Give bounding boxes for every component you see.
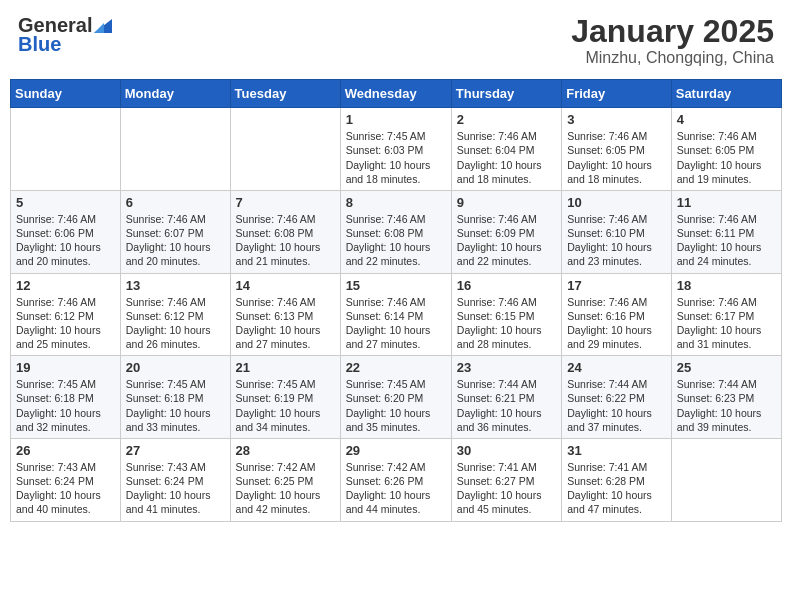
- calendar-cell: 30Sunrise: 7:41 AM Sunset: 6:27 PM Dayli…: [451, 438, 561, 521]
- cell-info-text: Sunrise: 7:42 AM Sunset: 6:26 PM Dayligh…: [346, 460, 446, 517]
- cell-date-number: 5: [16, 195, 115, 210]
- calendar-cell: 14Sunrise: 7:46 AM Sunset: 6:13 PM Dayli…: [230, 273, 340, 356]
- cell-info-text: Sunrise: 7:46 AM Sunset: 6:06 PM Dayligh…: [16, 212, 115, 269]
- cell-date-number: 9: [457, 195, 556, 210]
- calendar-cell: 3Sunrise: 7:46 AM Sunset: 6:05 PM Daylig…: [562, 108, 672, 191]
- cell-info-text: Sunrise: 7:44 AM Sunset: 6:21 PM Dayligh…: [457, 377, 556, 434]
- calendar-cell: 10Sunrise: 7:46 AM Sunset: 6:10 PM Dayli…: [562, 190, 672, 273]
- cell-date-number: 11: [677, 195, 776, 210]
- calendar-cell: [230, 108, 340, 191]
- calendar-header-row: Sunday Monday Tuesday Wednesday Thursday…: [11, 80, 782, 108]
- logo-icon: [94, 19, 112, 33]
- cell-date-number: 30: [457, 443, 556, 458]
- calendar-cell: 29Sunrise: 7:42 AM Sunset: 6:26 PM Dayli…: [340, 438, 451, 521]
- calendar-cell: 31Sunrise: 7:41 AM Sunset: 6:28 PM Dayli…: [562, 438, 672, 521]
- title-block: January 2025 Minzhu, Chongqing, China: [571, 14, 774, 67]
- cell-date-number: 29: [346, 443, 446, 458]
- calendar-week-5: 26Sunrise: 7:43 AM Sunset: 6:24 PM Dayli…: [11, 438, 782, 521]
- cell-date-number: 12: [16, 278, 115, 293]
- cell-info-text: Sunrise: 7:43 AM Sunset: 6:24 PM Dayligh…: [16, 460, 115, 517]
- calendar-cell: 26Sunrise: 7:43 AM Sunset: 6:24 PM Dayli…: [11, 438, 121, 521]
- cell-info-text: Sunrise: 7:46 AM Sunset: 6:07 PM Dayligh…: [126, 212, 225, 269]
- calendar-cell: 15Sunrise: 7:46 AM Sunset: 6:14 PM Dayli…: [340, 273, 451, 356]
- cell-date-number: 31: [567, 443, 666, 458]
- cell-date-number: 26: [16, 443, 115, 458]
- cell-date-number: 10: [567, 195, 666, 210]
- calendar-week-2: 5Sunrise: 7:46 AM Sunset: 6:06 PM Daylig…: [11, 190, 782, 273]
- col-thursday: Thursday: [451, 80, 561, 108]
- cell-date-number: 19: [16, 360, 115, 375]
- cell-info-text: Sunrise: 7:46 AM Sunset: 6:13 PM Dayligh…: [236, 295, 335, 352]
- header: General Blue January 2025 Minzhu, Chongq…: [10, 10, 782, 71]
- cell-info-text: Sunrise: 7:45 AM Sunset: 6:19 PM Dayligh…: [236, 377, 335, 434]
- cell-date-number: 15: [346, 278, 446, 293]
- cell-info-text: Sunrise: 7:46 AM Sunset: 6:08 PM Dayligh…: [346, 212, 446, 269]
- calendar-cell: 21Sunrise: 7:45 AM Sunset: 6:19 PM Dayli…: [230, 356, 340, 439]
- calendar-cell: 6Sunrise: 7:46 AM Sunset: 6:07 PM Daylig…: [120, 190, 230, 273]
- cell-info-text: Sunrise: 7:46 AM Sunset: 6:16 PM Dayligh…: [567, 295, 666, 352]
- calendar-cell: 22Sunrise: 7:45 AM Sunset: 6:20 PM Dayli…: [340, 356, 451, 439]
- cell-info-text: Sunrise: 7:46 AM Sunset: 6:09 PM Dayligh…: [457, 212, 556, 269]
- page-title: January 2025: [571, 14, 774, 49]
- cell-date-number: 22: [346, 360, 446, 375]
- cell-info-text: Sunrise: 7:46 AM Sunset: 6:05 PM Dayligh…: [677, 129, 776, 186]
- calendar-cell: 16Sunrise: 7:46 AM Sunset: 6:15 PM Dayli…: [451, 273, 561, 356]
- calendar-cell: 5Sunrise: 7:46 AM Sunset: 6:06 PM Daylig…: [11, 190, 121, 273]
- svg-marker-1: [94, 23, 104, 33]
- cell-date-number: 7: [236, 195, 335, 210]
- col-friday: Friday: [562, 80, 672, 108]
- cell-info-text: Sunrise: 7:46 AM Sunset: 6:05 PM Dayligh…: [567, 129, 666, 186]
- cell-date-number: 16: [457, 278, 556, 293]
- calendar-cell: 2Sunrise: 7:46 AM Sunset: 6:04 PM Daylig…: [451, 108, 561, 191]
- calendar-cell: 18Sunrise: 7:46 AM Sunset: 6:17 PM Dayli…: [671, 273, 781, 356]
- cell-date-number: 3: [567, 112, 666, 127]
- cell-date-number: 25: [677, 360, 776, 375]
- cell-info-text: Sunrise: 7:41 AM Sunset: 6:28 PM Dayligh…: [567, 460, 666, 517]
- calendar-cell: 1Sunrise: 7:45 AM Sunset: 6:03 PM Daylig…: [340, 108, 451, 191]
- cell-info-text: Sunrise: 7:46 AM Sunset: 6:15 PM Dayligh…: [457, 295, 556, 352]
- cell-date-number: 28: [236, 443, 335, 458]
- calendar-cell: 8Sunrise: 7:46 AM Sunset: 6:08 PM Daylig…: [340, 190, 451, 273]
- cell-info-text: Sunrise: 7:46 AM Sunset: 6:12 PM Dayligh…: [126, 295, 225, 352]
- calendar-cell: 9Sunrise: 7:46 AM Sunset: 6:09 PM Daylig…: [451, 190, 561, 273]
- calendar-cell: [671, 438, 781, 521]
- cell-date-number: 17: [567, 278, 666, 293]
- calendar-cell: 25Sunrise: 7:44 AM Sunset: 6:23 PM Dayli…: [671, 356, 781, 439]
- calendar-cell: 13Sunrise: 7:46 AM Sunset: 6:12 PM Dayli…: [120, 273, 230, 356]
- calendar-week-4: 19Sunrise: 7:45 AM Sunset: 6:18 PM Dayli…: [11, 356, 782, 439]
- col-saturday: Saturday: [671, 80, 781, 108]
- calendar-cell: 23Sunrise: 7:44 AM Sunset: 6:21 PM Dayli…: [451, 356, 561, 439]
- cell-info-text: Sunrise: 7:46 AM Sunset: 6:17 PM Dayligh…: [677, 295, 776, 352]
- cell-info-text: Sunrise: 7:46 AM Sunset: 6:12 PM Dayligh…: [16, 295, 115, 352]
- col-sunday: Sunday: [11, 80, 121, 108]
- cell-date-number: 20: [126, 360, 225, 375]
- cell-date-number: 8: [346, 195, 446, 210]
- calendar-cell: 19Sunrise: 7:45 AM Sunset: 6:18 PM Dayli…: [11, 356, 121, 439]
- cell-date-number: 2: [457, 112, 556, 127]
- calendar-cell: [11, 108, 121, 191]
- page-subtitle: Minzhu, Chongqing, China: [571, 49, 774, 67]
- cell-date-number: 27: [126, 443, 225, 458]
- calendar-cell: 12Sunrise: 7:46 AM Sunset: 6:12 PM Dayli…: [11, 273, 121, 356]
- col-monday: Monday: [120, 80, 230, 108]
- cell-date-number: 18: [677, 278, 776, 293]
- cell-info-text: Sunrise: 7:46 AM Sunset: 6:11 PM Dayligh…: [677, 212, 776, 269]
- calendar-cell: 28Sunrise: 7:42 AM Sunset: 6:25 PM Dayli…: [230, 438, 340, 521]
- cell-info-text: Sunrise: 7:46 AM Sunset: 6:08 PM Dayligh…: [236, 212, 335, 269]
- cell-info-text: Sunrise: 7:46 AM Sunset: 6:04 PM Dayligh…: [457, 129, 556, 186]
- cell-date-number: 23: [457, 360, 556, 375]
- cell-date-number: 1: [346, 112, 446, 127]
- calendar-week-1: 1Sunrise: 7:45 AM Sunset: 6:03 PM Daylig…: [11, 108, 782, 191]
- cell-date-number: 4: [677, 112, 776, 127]
- cell-date-number: 24: [567, 360, 666, 375]
- cell-date-number: 14: [236, 278, 335, 293]
- calendar-cell: 17Sunrise: 7:46 AM Sunset: 6:16 PM Dayli…: [562, 273, 672, 356]
- cell-info-text: Sunrise: 7:44 AM Sunset: 6:23 PM Dayligh…: [677, 377, 776, 434]
- calendar-cell: 11Sunrise: 7:46 AM Sunset: 6:11 PM Dayli…: [671, 190, 781, 273]
- cell-date-number: 21: [236, 360, 335, 375]
- calendar: Sunday Monday Tuesday Wednesday Thursday…: [10, 79, 782, 521]
- col-tuesday: Tuesday: [230, 80, 340, 108]
- cell-info-text: Sunrise: 7:45 AM Sunset: 6:20 PM Dayligh…: [346, 377, 446, 434]
- cell-info-text: Sunrise: 7:45 AM Sunset: 6:18 PM Dayligh…: [126, 377, 225, 434]
- calendar-cell: 7Sunrise: 7:46 AM Sunset: 6:08 PM Daylig…: [230, 190, 340, 273]
